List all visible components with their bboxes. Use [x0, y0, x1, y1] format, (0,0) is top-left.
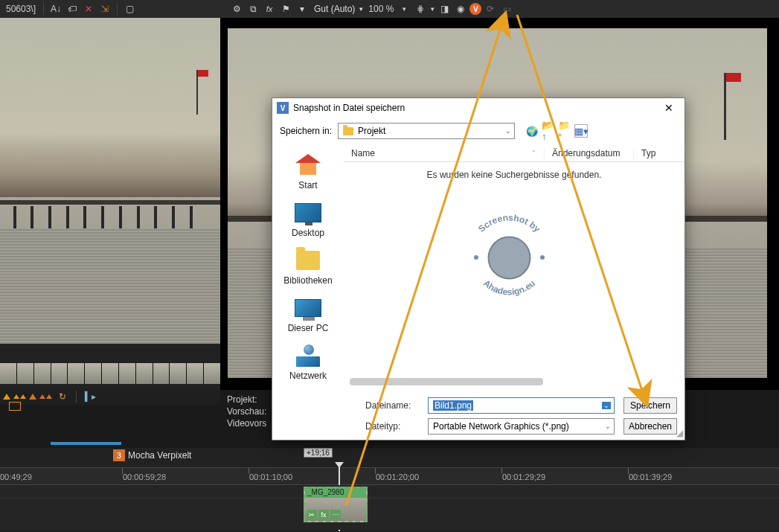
empty-message: Es wurden keine Suchergebnisse gefunden. — [344, 162, 685, 180]
close-pair-icon[interactable]: ⇲ — [97, 1, 112, 16]
timeline-marker[interactable]: 3 Mocha Verpixelt — [113, 449, 191, 461]
folder-dropdown[interactable]: Projekt ⌄ — [338, 123, 515, 139]
play2-icon[interactable] — [29, 394, 36, 400]
up-folder-icon[interactable]: 📂↑ — [542, 124, 555, 138]
overlay-icon[interactable]: ⧉ — [246, 1, 260, 16]
nav-desktop[interactable]: Desktop — [272, 195, 344, 243]
sort-asc-icon: ⌃ — [531, 150, 536, 156]
svg-text:Screenshot by: Screenshot by — [476, 212, 542, 234]
quality-dropdown[interactable]: Gut (Auto)▼ — [311, 4, 367, 14]
dialog-title: Snapshot in Datei speichern — [293, 103, 405, 113]
clip-more-icon[interactable]: ⋯ — [330, 510, 341, 520]
misc-icon-1[interactable]: ⟳ — [483, 1, 498, 16]
flag-icon[interactable]: ⚑ — [278, 1, 293, 16]
file-list[interactable]: Name⌃ Änderungsdatum Typ Es wurden keine… — [344, 144, 685, 390]
filename-label: Dateiname: — [365, 400, 419, 411]
back-icon[interactable]: 🌍 — [525, 124, 539, 138]
close-icon[interactable]: ✕ — [658, 100, 680, 116]
left-video-frame — [0, 18, 220, 344]
fast-icon[interactable] — [39, 394, 52, 399]
zoom-value: 100 % — [368, 4, 394, 14]
delete-icon[interactable]: ✕ — [81, 1, 96, 16]
svg-point-1 — [489, 237, 530, 279]
folder-name: Projekt — [358, 126, 385, 136]
pin-icon[interactable]: ▾ — [295, 1, 310, 16]
fx-icon[interactable]: fx — [262, 1, 277, 16]
grid-icon[interactable]: ⋕ — [413, 1, 428, 16]
cancel-button[interactable]: Abbrechen — [623, 418, 677, 435]
preview-panel-left: ↻ ▍▸ — [0, 18, 220, 390]
quality-label: Gut (Auto) — [314, 4, 355, 14]
split-icon[interactable]: ◨ — [437, 1, 452, 16]
crop-icon[interactable]: ✂ — [307, 510, 317, 520]
svg-point-4 — [474, 255, 478, 260]
zoom-caret[interactable]: ▼ — [397, 1, 411, 16]
nav-start[interactable]: Start — [272, 147, 344, 195]
svg-text:Ahadesign.eu: Ahadesign.eu — [481, 278, 537, 297]
app-v-icon: V — [277, 102, 289, 114]
clip-fx-icon[interactable]: fx — [318, 510, 329, 520]
filetype-label: Dateityp: — [365, 421, 419, 432]
info-labels: Projekt: Vorschau: Videovors — [227, 394, 266, 430]
col-date[interactable]: Änderungsdatum — [545, 148, 634, 158]
offset-readout: +19;16 — [304, 448, 333, 458]
transport-bar: ↻ ▍▸ — [0, 388, 220, 405]
filetype-dropdown[interactable]: Portable Network Graphics (*.png)⌄ — [428, 418, 615, 435]
play-icon[interactable] — [3, 394, 10, 400]
time-ruler[interactable]: 00:49;29 00:00:59;28 00:01:10;00 00:01:2… — [0, 467, 779, 485]
chevron-down-icon: ⌄ — [505, 127, 511, 135]
folder-icon — [343, 127, 353, 135]
view-menu-icon[interactable]: ▦▾ — [574, 124, 588, 138]
caret-icon: ▼ — [358, 6, 364, 13]
tracks: _MG_2980 ✂ fx ⋯ — [0, 485, 779, 530]
sort-icon[interactable]: A↓ — [48, 1, 63, 16]
settings-icon[interactable]: ⚙ — [229, 1, 244, 16]
svg-point-5 — [540, 255, 545, 260]
clip-label: _MG_2980 — [305, 488, 366, 498]
snapshot-v-icon[interactable]: V — [469, 3, 481, 15]
nav-network[interactable]: Netzwerk — [272, 338, 344, 385]
marker-number: 3 — [113, 449, 125, 461]
col-type[interactable]: Typ — [634, 148, 664, 158]
marker-label: Mocha Verpixelt — [128, 450, 191, 461]
window-icon[interactable]: ▢ — [122, 1, 137, 16]
filename-input[interactable]: Bild1.png⌄ — [428, 397, 615, 414]
filmstrip — [0, 363, 220, 384]
tag-icon[interactable]: 🏷 — [65, 1, 80, 16]
loop-region-icon[interactable] — [9, 402, 21, 411]
col-name[interactable]: Name⌃ — [344, 148, 545, 158]
nav-pc[interactable]: Dieser PC — [272, 290, 344, 338]
nav-libs[interactable]: Bibliotheken — [272, 243, 344, 290]
step-icon[interactable] — [13, 394, 26, 399]
nav-places: Start Desktop Bibliotheken Dieser PC Net… — [272, 144, 344, 390]
svg-point-0 — [489, 237, 530, 279]
save-in-label: Speichern in: — [280, 126, 333, 136]
save-dialog: V Snapshot in Datei speichern ✕ Speicher… — [272, 97, 685, 440]
marker-tool-icon[interactable]: ▍▸ — [83, 389, 97, 404]
watermark: Screenshot by Ahadesign.eu — [463, 211, 556, 304]
loop-icon[interactable]: ↻ — [55, 389, 70, 404]
save-button[interactable]: Speichern — [623, 397, 677, 414]
video-clip[interactable]: _MG_2980 ✂ fx ⋯ — [304, 487, 368, 522]
resize-grip-icon[interactable]: ◢ — [676, 428, 683, 438]
grid-caret[interactable]: ▼ — [429, 6, 435, 13]
h-scrollbar[interactable] — [350, 378, 640, 385]
new-folder-icon[interactable]: 📁* — [558, 124, 571, 138]
title-fragment: 50603\] — [3, 4, 39, 14]
misc-icon-2[interactable]: ▭ — [499, 1, 514, 16]
timeline: 3 Mocha Verpixelt +19;16 00:49;29 00:00:… — [0, 439, 779, 532]
camera-icon[interactable]: ◉ — [453, 1, 468, 16]
